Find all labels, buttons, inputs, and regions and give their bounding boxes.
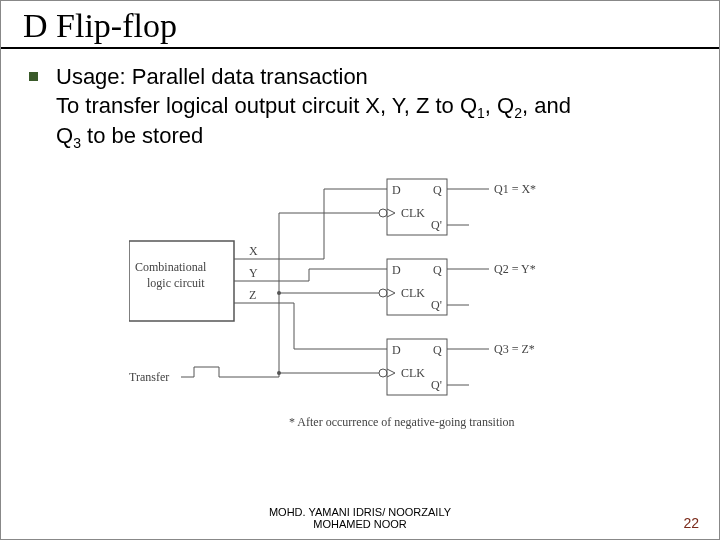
diagram-note: * After occurrence of negative-going tra… xyxy=(289,415,515,429)
ff1-qbar: Q' xyxy=(431,218,442,232)
bullet-icon xyxy=(29,72,38,81)
ff2-clk: CLK xyxy=(401,286,425,300)
ff3-qbar: Q' xyxy=(431,378,442,392)
out-q2: Q2 = Y* xyxy=(494,262,536,276)
ff1-q: Q xyxy=(433,183,442,197)
label-z: Z xyxy=(249,288,256,302)
sub2: 2 xyxy=(514,105,522,121)
ff2-qbar: Q' xyxy=(431,298,442,312)
svg-point-26 xyxy=(379,289,387,297)
label-x: X xyxy=(249,244,258,258)
svg-point-30 xyxy=(379,369,387,377)
page-number: 22 xyxy=(683,515,699,531)
flipflop-3: D Q CLK Q' xyxy=(379,339,447,395)
footer-line1: MOHD. YAMANI IDRIS/ NOORZAILY xyxy=(269,506,451,518)
ff3-d: D xyxy=(392,343,401,357)
ff3-q: Q xyxy=(433,343,442,357)
body-line2c: , and xyxy=(522,93,571,118)
body-line1: Usage: Parallel data transaction xyxy=(56,64,368,89)
box-label-2: logic circuit xyxy=(147,276,205,290)
out-q1: Q1 = X* xyxy=(494,182,536,196)
ff1-d: D xyxy=(392,183,401,197)
circuit-diagram: Combinational logic circuit X Y Z Transf… xyxy=(129,171,699,461)
footer-text: MOHD. YAMANI IDRIS/ NOORZAILY MOHAMED NO… xyxy=(1,506,719,531)
body-line3b: to be stored xyxy=(81,123,203,148)
sub3: 3 xyxy=(73,136,81,152)
svg-point-22 xyxy=(379,209,387,217)
out-q3: Q3 = Z* xyxy=(494,342,535,356)
flipflop-1: D Q CLK Q' xyxy=(379,179,447,235)
label-transfer: Transfer xyxy=(129,370,169,384)
footer-line2: MOHAMED NOOR xyxy=(313,518,407,530)
ff1-clk: CLK xyxy=(401,206,425,220)
ff2-d: D xyxy=(392,263,401,277)
ff2-q: Q xyxy=(433,263,442,277)
page-title: D Flip-flop xyxy=(1,1,719,49)
label-y: Y xyxy=(249,266,258,280)
box-label-1: Combinational xyxy=(135,260,207,274)
body-line2b: , Q xyxy=(485,93,514,118)
body-text: Usage: Parallel data transaction To tran… xyxy=(56,63,571,153)
sub1: 1 xyxy=(477,105,485,121)
ff3-clk: CLK xyxy=(401,366,425,380)
flipflop-2: D Q CLK Q' xyxy=(379,259,447,315)
body-line2a: To transfer logical output circuit X, Y,… xyxy=(56,93,477,118)
body-line3a: Q xyxy=(56,123,73,148)
